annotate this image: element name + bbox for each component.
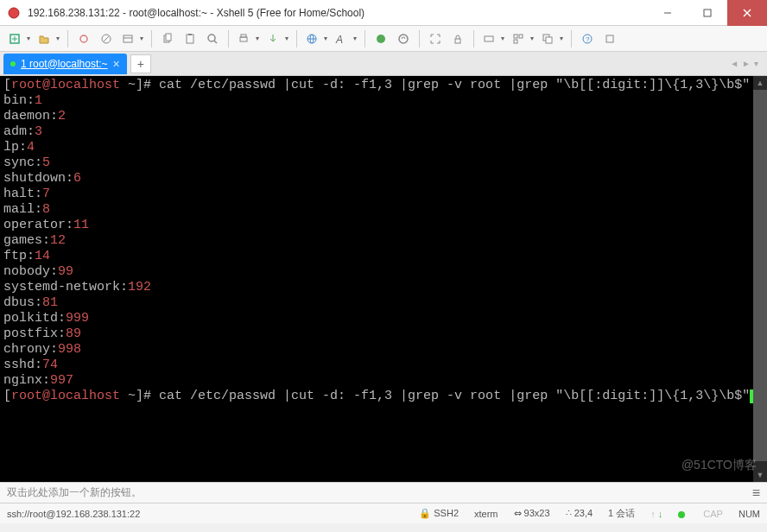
color-scheme-button[interactable]	[371, 28, 391, 49]
tab-bar: 1 root@localhost:~ × + ◄ ► ▾	[0, 52, 767, 76]
terminal-output[interactable]: [root@localhost ~]# cat /etc/passwd |cut…	[0, 76, 767, 482]
copy-button[interactable]	[157, 28, 178, 49]
maximize-button[interactable]	[688, 0, 727, 26]
svg-text:?: ?	[586, 35, 590, 43]
cascade-button[interactable]	[538, 28, 566, 49]
main-toolbar: A ?	[0, 26, 767, 52]
arrange-button[interactable]	[509, 28, 536, 49]
svg-rect-29	[519, 35, 523, 38]
svg-point-16	[208, 35, 215, 41]
terminal-scrollbar[interactable]: ▲ ▼	[753, 76, 767, 482]
svg-rect-18	[240, 37, 247, 41]
svg-rect-2	[704, 10, 711, 16]
separator	[228, 30, 229, 48]
quick-command-bar[interactable]: 双击此处添加一个新的按钮。 ≡	[0, 482, 767, 503]
separator	[296, 30, 297, 48]
svg-line-9	[104, 36, 109, 41]
svg-rect-10	[124, 35, 132, 42]
app-icon	[7, 6, 21, 20]
separator	[419, 30, 420, 48]
status-indicator-icon	[678, 511, 685, 518]
scroll-down-icon[interactable]: ▼	[753, 468, 767, 482]
print-button[interactable]	[234, 28, 262, 49]
caps-indicator: CAP	[703, 509, 723, 519]
svg-rect-13	[166, 34, 171, 41]
open-button[interactable]	[35, 28, 62, 49]
svg-point-24	[377, 35, 385, 43]
quick-command-hint: 双击此处添加一个新的按钮。	[7, 485, 142, 500]
menu-icon[interactable]: ≡	[752, 485, 760, 501]
status-bar: ssh://root@192.168.238.131:22 🔒 SSH2 xte…	[0, 503, 767, 523]
svg-rect-15	[188, 34, 192, 35]
separator	[151, 30, 152, 48]
font-button[interactable]: A	[332, 28, 359, 49]
transfer-button[interactable]	[263, 28, 291, 49]
svg-line-17	[214, 41, 217, 43]
tab-prev-button[interactable]: ◄	[730, 59, 738, 68]
svg-point-0	[9, 8, 19, 18]
term-size: ⇔ 93x23	[514, 508, 550, 519]
new-session-button[interactable]	[5, 28, 33, 49]
svg-rect-27	[485, 36, 493, 41]
help-button[interactable]: ?	[577, 28, 598, 49]
num-indicator: NUM	[738, 509, 760, 519]
reconnect-button[interactable]	[73, 28, 94, 49]
separator	[571, 30, 572, 48]
connection-info: ssh://root@192.168.238.131:22	[7, 509, 403, 519]
traffic-indicator: ↑ ↓	[650, 509, 662, 519]
find-button[interactable]	[202, 28, 223, 49]
svg-rect-19	[241, 35, 246, 37]
close-button[interactable]	[727, 0, 767, 26]
keyboard-button[interactable]	[479, 28, 507, 49]
tab-list-button[interactable]: ▾	[754, 59, 758, 68]
tab-next-button[interactable]: ►	[742, 59, 751, 68]
svg-rect-32	[546, 37, 552, 43]
session-count: 1 会话	[608, 507, 635, 520]
svg-rect-14	[187, 35, 193, 43]
properties-button[interactable]	[118, 28, 146, 49]
term-type: xterm	[474, 509, 498, 519]
window-controls	[648, 0, 767, 25]
lock-icon: 🔒	[419, 508, 431, 518]
scroll-up-icon[interactable]: ▲	[753, 76, 767, 90]
paste-button[interactable]	[180, 28, 200, 49]
separator	[364, 30, 365, 48]
separator	[67, 30, 68, 48]
minimize-button[interactable]	[648, 0, 688, 26]
svg-rect-35	[606, 35, 613, 42]
window-title: 192.168.238.131:22 - root@localhost:~ - …	[28, 7, 648, 19]
lock-button[interactable]	[447, 28, 468, 49]
highlight-button[interactable]	[393, 28, 414, 49]
connection-status-icon	[10, 61, 16, 66]
svg-point-25	[399, 35, 408, 43]
tab-label: 1 root@localhost:~	[21, 58, 108, 70]
new-tab-button[interactable]: +	[130, 54, 151, 73]
tab-navigation: ◄ ► ▾	[730, 59, 764, 68]
separator	[473, 30, 474, 48]
cursor-position: ∴ 23,4	[566, 508, 593, 519]
svg-rect-30	[514, 40, 517, 43]
fullscreen-button[interactable]	[425, 28, 446, 49]
protocol-status: 🔒 SSH2	[419, 508, 459, 519]
titlebar: 192.168.238.131:22 - root@localhost:~ - …	[0, 0, 767, 26]
svg-rect-26	[455, 39, 460, 43]
svg-text:A: A	[335, 34, 343, 44]
about-button[interactable]	[599, 28, 620, 49]
scrollbar-thumb[interactable]	[753, 90, 767, 461]
svg-rect-28	[514, 35, 517, 38]
disconnect-button[interactable]	[96, 28, 117, 49]
session-tab[interactable]: 1 root@localhost:~ ×	[3, 54, 127, 74]
tab-close-button[interactable]: ×	[113, 57, 120, 71]
web-button[interactable]	[302, 28, 330, 49]
